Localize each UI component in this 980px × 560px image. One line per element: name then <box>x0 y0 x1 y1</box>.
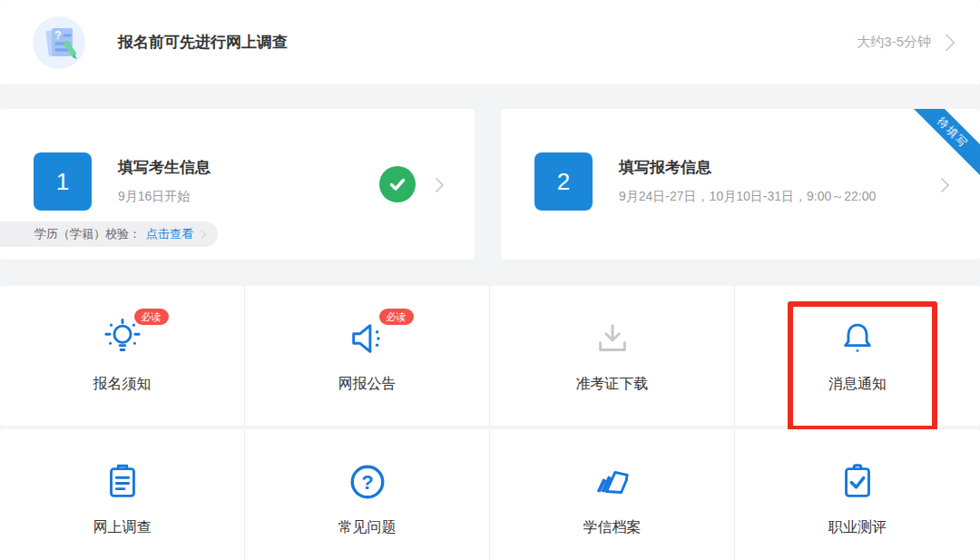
svg-text:?: ? <box>54 29 61 42</box>
grid-item-label: 消息通知 <box>828 375 887 394</box>
chevron-right-icon <box>937 34 956 52</box>
must-read-badge: 必读 <box>379 309 414 325</box>
survey-document-icon: ? <box>33 16 85 69</box>
banner-duration: 大约3-5分钟 <box>857 34 931 51</box>
survey-banner[interactable]: ? 报名前可先进行网上调查 大约3-5分钟 <box>0 0 980 84</box>
grid-item-online-survey[interactable]: 网上调查 <box>0 429 245 560</box>
clipboard-check-icon <box>837 461 878 503</box>
chevron-right-icon <box>198 230 207 239</box>
grid-item-label: 学信档案 <box>583 518 642 537</box>
step2-title: 填写报考信息 <box>619 157 711 178</box>
step1-card[interactable]: 1 填写考生信息 9月16日开始 学历（学籍）校验： 点击查看 <box>0 109 475 260</box>
grid-item-faq[interactable]: ? 常见问题 <box>245 429 490 560</box>
clipboard-icon <box>102 461 143 503</box>
svg-text:?: ? <box>361 471 373 494</box>
banner-duration-group[interactable]: 大约3-5分钟 <box>857 34 953 51</box>
step1-title: 填写考生信息 <box>118 157 211 178</box>
grid-item-label: 职业测评 <box>828 518 887 537</box>
pages-fan-icon <box>592 461 633 503</box>
education-check-label: 学历（学籍）校验： <box>34 221 141 247</box>
grid-item-label: 报名须知 <box>93 375 152 394</box>
grid-item-chsi-archive[interactable]: 学信档案 <box>490 429 735 560</box>
grid-item-admission-ticket[interactable]: 准考证下载 <box>490 286 735 426</box>
step2-schedule: 9月24日-27日，10月10日-31日，9:00～22:00 <box>619 189 876 205</box>
grid-item-announcements[interactable]: 必读 网报公告 <box>245 286 490 426</box>
step2-card[interactable]: 2 填写报考信息 9月24日-27日，10月10日-31日，9:00～22:00… <box>501 109 980 260</box>
download-icon <box>592 318 633 359</box>
grid-item-notifications[interactable]: 消息通知 <box>735 286 980 426</box>
pending-ribbon: 待填写 <box>904 109 980 182</box>
shortcut-grid-row1: 必读 报名须知 必读 网报公告 <box>0 286 980 426</box>
chevron-right-icon <box>935 178 950 193</box>
grid-item-label: 常见问题 <box>338 518 397 537</box>
step1-number: 1 <box>34 152 92 211</box>
megaphone-icon <box>347 318 388 359</box>
grid-item-label: 网报公告 <box>338 375 397 394</box>
registration-dashboard: ? 报名前可先进行网上调查 大约3-5分钟 1 填写考生信息 9月16日开始 学… <box>0 0 980 560</box>
grid-item-label: 网上调查 <box>93 518 152 537</box>
bell-icon <box>837 318 878 359</box>
must-read-badge: 必读 <box>134 309 169 325</box>
check-circle-icon <box>379 166 416 202</box>
lightbulb-icon <box>102 318 143 359</box>
grid-item-career-assessment[interactable]: 职业测评 <box>735 429 980 560</box>
chevron-right-icon <box>429 178 445 193</box>
grid-item-label: 准考证下载 <box>576 375 649 394</box>
step1-schedule: 9月16日开始 <box>118 189 190 205</box>
education-check-pill[interactable]: 学历（学籍）校验： 点击查看 <box>0 221 218 247</box>
banner-title: 报名前可先进行网上调查 <box>118 32 288 53</box>
question-circle-icon: ? <box>347 461 388 503</box>
shortcut-grid-row2: 网上调查 ? 常见问题 <box>0 429 980 560</box>
step2-number: 2 <box>534 152 593 211</box>
grid-item-registration-notice[interactable]: 必读 报名须知 <box>0 286 245 426</box>
education-check-link[interactable]: 点击查看 <box>146 221 193 247</box>
